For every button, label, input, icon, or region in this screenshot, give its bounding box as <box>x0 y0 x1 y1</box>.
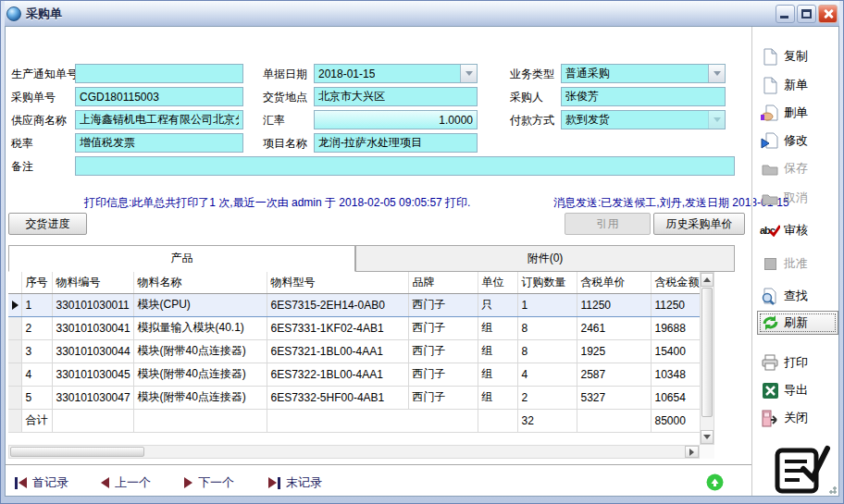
nav-previous-record[interactable]: 上一个 <box>101 473 151 492</box>
delivery-place-input[interactable]: 北京市大兴区 <box>314 87 478 106</box>
sidebar-button-label: 取消 <box>784 190 808 206</box>
table-row[interactable]: 3330101030044模块(附带40点连接器)6ES7321-1BL00-4… <box>8 339 700 363</box>
scroll-up-button[interactable] <box>701 273 714 287</box>
table-cell: 1 <box>21 293 52 316</box>
sidebar-button-copy-doc[interactable]: 复制 <box>757 44 838 68</box>
modify-doc-icon <box>760 131 780 150</box>
row-marker-header <box>8 272 21 293</box>
table-cell: 西门子 <box>408 293 478 316</box>
table-cell: 85000 <box>651 409 700 432</box>
production-notice-label: 生产通知单号 <box>11 67 78 82</box>
payment-method-select[interactable]: 款到发货 <box>561 110 726 129</box>
horizontal-scroll-thumb[interactable] <box>10 447 144 457</box>
table-cell: 模拟量输入模块(40.1) <box>133 316 267 339</box>
payment-method-dropdown-icon[interactable] <box>708 111 725 129</box>
abc-check-icon: abc <box>760 221 780 240</box>
vertical-scroll-thumb[interactable] <box>701 288 713 417</box>
quote-button: 引用 <box>565 213 651 235</box>
scroll-right-button[interactable] <box>685 446 699 458</box>
table-row[interactable]: 1330101030011模块(CPU)6ES7315-2EH14-0AB0西门… <box>8 293 700 316</box>
table-cell: 组 <box>478 386 517 409</box>
sidebar-button-print[interactable]: 打印 <box>757 350 838 375</box>
current-row-marker-icon <box>8 293 21 316</box>
close-button[interactable] <box>818 5 838 23</box>
doc-date-select[interactable]: 2018-01-15 <box>314 64 478 83</box>
project-name-label: 项目名称 <box>263 136 307 152</box>
production-notice-input[interactable] <box>75 64 243 83</box>
copy-doc-icon <box>760 47 780 66</box>
sidebar-button-excel-export[interactable]: 导出 <box>757 378 838 402</box>
sidebar-button-new-doc[interactable]: 新单 <box>757 73 838 97</box>
sidebar-button-close-door[interactable]: 关闭 <box>757 406 838 430</box>
sidebar-button-find[interactable]: 查找 <box>757 284 838 308</box>
table-cell: 6ES7315-2EH14-0AB0 <box>267 293 408 316</box>
history-price-button[interactable]: 历史采购单价 <box>653 213 745 235</box>
nav-last-record[interactable]: 末记录 <box>268 473 322 492</box>
scroll-down-button[interactable] <box>701 430 714 444</box>
tax-rate-input[interactable]: 增值税发票 <box>75 133 243 153</box>
po-number-input[interactable]: CGD180115003 <box>75 87 243 106</box>
sidebar-button-save: 保存 <box>757 156 838 180</box>
horizontal-scrollbar[interactable] <box>8 445 700 459</box>
row-marker <box>8 409 21 432</box>
table-cell: 6ES7322-1BL00-4AA1 <box>267 363 408 386</box>
vertical-scrollbar[interactable] <box>700 272 714 445</box>
table-cell: 2 <box>517 386 577 409</box>
col-item-model: 物料型号 <box>267 272 408 293</box>
remark-input[interactable] <box>75 156 735 176</box>
nav-next-record[interactable]: 下一个 <box>184 473 234 492</box>
sidebar-button-label: 保存 <box>784 160 808 177</box>
sidebar-button-label: 关闭 <box>784 410 808 426</box>
table-cell: 5 <box>21 386 52 409</box>
table-cell: 2587 <box>577 363 651 386</box>
last-record-icon <box>268 477 280 489</box>
business-type-dropdown-icon[interactable] <box>708 65 725 82</box>
table-row[interactable]: 2330101030041模拟量输入模块(40.1)6ES7331-1KF02-… <box>8 316 700 339</box>
save-icon <box>760 159 780 178</box>
tab-attachments[interactable]: 附件(0) <box>355 245 735 272</box>
supplier-input[interactable]: 上海鑫锖机电工程有限公司北京分 <box>75 110 243 129</box>
sidebar-button-label: 复制 <box>784 48 808 65</box>
total-label: 合计 <box>21 409 52 432</box>
table-cell: 西门子 <box>408 363 478 386</box>
table-cell: 西门子 <box>408 386 478 409</box>
doc-date-dropdown-icon[interactable] <box>460 65 477 82</box>
project-name-input[interactable]: 龙润-拉萨水处理项目 <box>314 133 478 153</box>
refresh-icon <box>760 313 780 332</box>
sidebar-button-delete-doc[interactable]: 删单 <box>757 101 838 125</box>
minimize-icon <box>780 16 788 18</box>
client-area: 生产通知单号 采购单号 CGD180115003 供应商名称 上海鑫锖机电工程有… <box>5 26 839 497</box>
sidebar-button-refresh[interactable]: 刷新 <box>757 311 838 335</box>
maximize-button[interactable] <box>797 5 816 23</box>
minimize-button[interactable] <box>776 5 795 23</box>
table-cell: 西门子 <box>408 316 478 339</box>
doc-date-label: 单据日期 <box>263 67 307 82</box>
resize-grip[interactable] <box>825 483 837 494</box>
delivery-progress-button[interactable]: 交货进度 <box>8 213 87 235</box>
exchange-rate-input[interactable]: 1.0000 <box>314 110 478 129</box>
sidebar-button-label: 批准 <box>784 255 808 272</box>
table-header-row: 序号 物料编号 物料名称 物料型号 品牌 单位 订购数量 含税单价 含税金额 <box>8 272 700 293</box>
table-row[interactable]: 5330101030047模块(附带40点连接器)6ES7332-5HF00-4… <box>8 386 700 409</box>
sidebar-button-label: 审核 <box>784 222 808 239</box>
table-cell: 330101030011 <box>52 293 133 316</box>
payment-method-label: 付款方式 <box>510 113 554 129</box>
table-cell: 1925 <box>577 339 651 363</box>
table-cell: 11250 <box>577 293 651 316</box>
first-record-icon <box>15 477 27 489</box>
tab-products[interactable]: 产品 <box>8 245 355 272</box>
business-type-select[interactable]: 普通采购 <box>561 64 726 83</box>
table-cell: 组 <box>478 316 517 339</box>
sidebar-button-abc-check[interactable]: abc审核 <box>757 218 838 242</box>
sidebar-button-label: 删单 <box>784 104 808 121</box>
app-globe-icon <box>6 6 21 21</box>
table-cell: 330101030045 <box>52 363 133 386</box>
find-icon <box>760 287 780 305</box>
nav-first-record[interactable]: 首记录 <box>15 473 68 492</box>
table-row[interactable]: 4330101030045模块(附带40点连接器)6ES7322-1BL00-4… <box>8 363 700 386</box>
table-cell: 组 <box>478 363 517 386</box>
sidebar-button-modify-doc[interactable]: 修改 <box>757 129 838 153</box>
window-title: 采购单 <box>26 6 62 22</box>
purchaser-input[interactable]: 张俊芳 <box>561 87 726 106</box>
supplier-label: 供应商名称 <box>11 113 67 129</box>
